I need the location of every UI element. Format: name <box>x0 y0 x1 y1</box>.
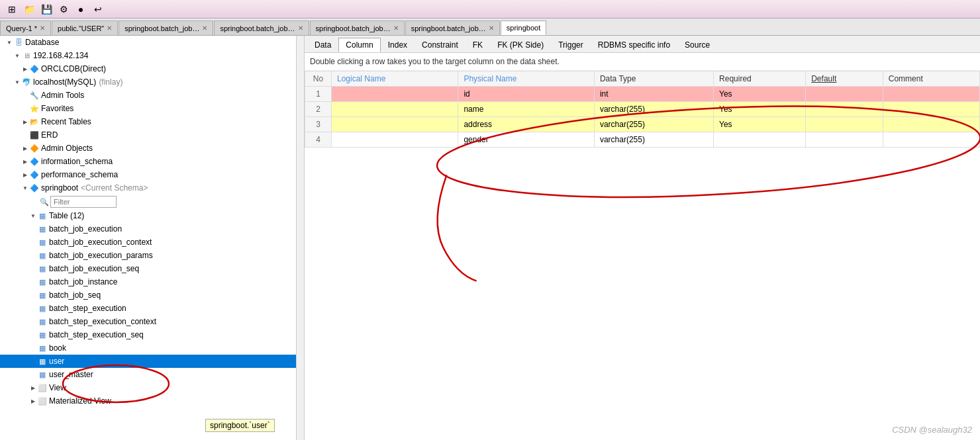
database-sidebar: ▼ 🗄 Database ▼ 🖥 192.168.42.134 ▶ 🔷 ORCL… <box>0 36 305 440</box>
arrow-right-icon: ▼ <box>13 52 21 60</box>
tab-close-user[interactable]: ✕ <box>107 24 112 32</box>
icon-circle[interactable]: ● <box>74 3 87 16</box>
tab-user[interactable]: public."USER" ✕ <box>52 21 118 35</box>
tab-constraint[interactable]: Constraint <box>415 38 466 52</box>
sidebar-item-recent-tables[interactable]: ▶ 📂 Recent Tables <box>0 115 304 128</box>
sidebar-root-database[interactable]: ▼ 🗄 Database <box>0 36 304 49</box>
table-item-batch-job-execution-params[interactable]: ▦ batch_job_execution_params <box>0 249 304 262</box>
server-icon: 🖥 <box>21 50 32 61</box>
tools-icon: 🔧 <box>29 90 40 101</box>
table-item-batch-step-execution-context[interactable]: ▦ batch_step_execution_context <box>0 315 304 328</box>
sidebar-item-admin-objects[interactable]: ▶ 🔶 Admin Objects <box>0 142 304 155</box>
tab-trigger[interactable]: Trigger <box>551 38 591 52</box>
table-icon-7: ▦ <box>37 303 48 314</box>
tab-batch1[interactable]: springboot.batch_job… ✕ <box>119 21 213 35</box>
tab-batch3[interactable]: springboot.batch_job… ✕ <box>310 21 405 35</box>
table-icon-2: ▦ <box>37 237 48 247</box>
sidebar-item-table-group[interactable]: ▼ ▦ Table (12) <box>0 209 304 222</box>
info-text: Double clicking a row takes you to the t… <box>305 53 980 71</box>
tab-close-query1[interactable]: ✕ <box>40 24 45 32</box>
top-toolbar: ⊞ 📁 💾 ⚙ ● ↩ <box>0 0 980 19</box>
tab-column[interactable]: Column <box>338 38 380 52</box>
sidebar-item-materialized-view[interactable]: ▶ ⬜ Materialized View <box>0 394 304 408</box>
tab-batch4[interactable]: springboot.batch_job… ✕ <box>405 21 500 35</box>
sidebar-item-performance-schema[interactable]: ▶ 🔷 performance_schema <box>0 168 304 181</box>
table-icon-3: ▦ <box>37 250 48 261</box>
sidebar-item-localhost-mysql[interactable]: ▼ 🐬 localhost(MySQL) (finlay) <box>0 75 304 89</box>
icon-back[interactable]: ↩ <box>91 3 105 16</box>
arrow-springboot-icon: ▼ <box>21 184 29 192</box>
sidebar-item-192server[interactable]: ▼ 🖥 192.168.42.134 <box>0 49 304 62</box>
tab-rdbms-info[interactable]: RDBMS specific info <box>591 38 677 52</box>
admin-objects-icon: 🔶 <box>29 143 40 154</box>
table-item-batch-job-execution-seq[interactable]: ▦ batch_job_execution_seq <box>0 262 304 275</box>
sidebar-item-erd[interactable]: ⬛ ERD <box>0 128 304 142</box>
sidebar-item-springboot[interactable]: ▼ 🔷 springboot <Current Schema> <box>0 181 304 195</box>
tab-batch2[interactable]: springboot.batch_job… ✕ <box>214 21 309 35</box>
arrow-collapsed-icon: ▶ <box>21 65 29 73</box>
main-tab-bar: Query-1 * ✕ public."USER" ✕ springboot.b… <box>0 19 980 36</box>
perf-schema-icon: 🔷 <box>29 169 40 180</box>
tab-close-batch1[interactable]: ✕ <box>202 24 207 32</box>
favorites-icon: ⭐ <box>29 103 40 114</box>
table-icon-12: ▦ <box>37 369 48 380</box>
table-item-batch-job-instance[interactable]: ▦ batch_job_instance <box>0 275 304 288</box>
content-area: Data Column Index Constraint FK FK (PK S… <box>305 36 980 440</box>
icon-folder[interactable]: 📁 <box>23 3 36 16</box>
col-header-logical-name: Logical Name <box>332 71 458 87</box>
arrow-admin-icon: ▶ <box>21 144 29 152</box>
arrow-perf-icon: ▶ <box>21 171 29 179</box>
col-header-no: No <box>305 71 332 87</box>
column-table-container[interactable]: No Logical Name Physical Name Data Type <box>305 71 980 440</box>
sidebar-item-admin-tools[interactable]: 🔧 Admin Tools <box>0 89 304 102</box>
table-item-batch-job-seq[interactable]: ▦ batch_job_seq <box>0 288 304 302</box>
table-icon-10: ▦ <box>37 343 48 353</box>
matview-icon: ⬜ <box>37 396 48 406</box>
sidebar-item-favorites[interactable]: ⭐ Favorites <box>0 102 304 115</box>
col-header-data-type: Data Type <box>594 71 713 87</box>
icon-save[interactable]: 💾 <box>40 3 53 16</box>
recent-folder-icon: 📂 <box>29 116 40 127</box>
icon-grid[interactable]: ⊞ <box>5 3 19 16</box>
arrow-collapsed2-icon: ▶ <box>21 118 29 126</box>
sidebar-item-orclcdb[interactable]: ▶ 🔷 ORCLCDB(Direct) <box>0 62 304 75</box>
tab-data[interactable]: Data <box>307 38 338 52</box>
tab-close-batch4[interactable]: ✕ <box>489 24 494 32</box>
col-header-comment: Comment <box>883 71 979 87</box>
table-icon-5: ▦ <box>37 277 48 287</box>
arrow-down-icon: ▼ <box>5 38 13 46</box>
table-row[interactable]: 4gendervarchar(255) <box>305 132 980 148</box>
tab-index[interactable]: Index <box>381 38 415 52</box>
sidebar-item-view[interactable]: ▶ ⬜ View <box>0 381 304 394</box>
table-row[interactable]: 2namevarchar(255)Yes <box>305 102 980 117</box>
sidebar-scrollbar[interactable] <box>296 36 304 440</box>
tab-source[interactable]: Source <box>677 38 717 52</box>
filter-input[interactable] <box>50 196 117 208</box>
tab-springboot[interactable]: springboot <box>501 21 546 35</box>
tab-fk-pk-side[interactable]: FK (PK Side) <box>490 38 551 52</box>
main-layout: ▼ 🗄 Database ▼ 🖥 192.168.42.134 ▶ 🔷 ORCL… <box>0 36 980 440</box>
watermark: CSDN @sealaugh32 <box>892 425 972 435</box>
table-icon-8: ▦ <box>37 316 48 327</box>
column-table: No Logical Name Physical Name Data Type <box>305 71 980 148</box>
arrow-info-icon: ▶ <box>21 157 29 165</box>
table-icon-1: ▦ <box>37 224 48 234</box>
table-item-user-master[interactable]: ▦ user_master <box>0 368 304 381</box>
table-item-book[interactable]: ▦ book <box>0 341 304 355</box>
tab-query1[interactable]: Query-1 * ✕ <box>0 21 51 35</box>
table-item-batch-step-execution-seq[interactable]: ▦ batch_step_execution_seq <box>0 328 304 341</box>
tab-close-batch2[interactable]: ✕ <box>298 24 303 32</box>
mysql-icon: 🐬 <box>21 77 32 87</box>
table-icon-4: ▦ <box>37 263 48 274</box>
table-item-batch-job-execution-context[interactable]: ▦ batch_job_execution_context <box>0 236 304 249</box>
table-item-batch-job-execution[interactable]: ▦ batch_job_execution <box>0 222 304 236</box>
table-item-user[interactable]: ▦ user <box>0 355 304 368</box>
table-row[interactable]: 3addressvarchar(255)Yes <box>305 117 980 132</box>
tab-close-batch3[interactable]: ✕ <box>393 24 399 32</box>
sidebar-item-information-schema[interactable]: ▶ 🔷 information_schema <box>0 155 304 168</box>
table-item-batch-step-execution[interactable]: ▦ batch_step_execution <box>0 302 304 315</box>
icon-settings[interactable]: ⚙ <box>57 3 70 16</box>
tab-fk[interactable]: FK <box>466 38 490 52</box>
database-icon: 🗄 <box>13 37 24 48</box>
table-row[interactable]: 1idintYes <box>305 87 980 102</box>
